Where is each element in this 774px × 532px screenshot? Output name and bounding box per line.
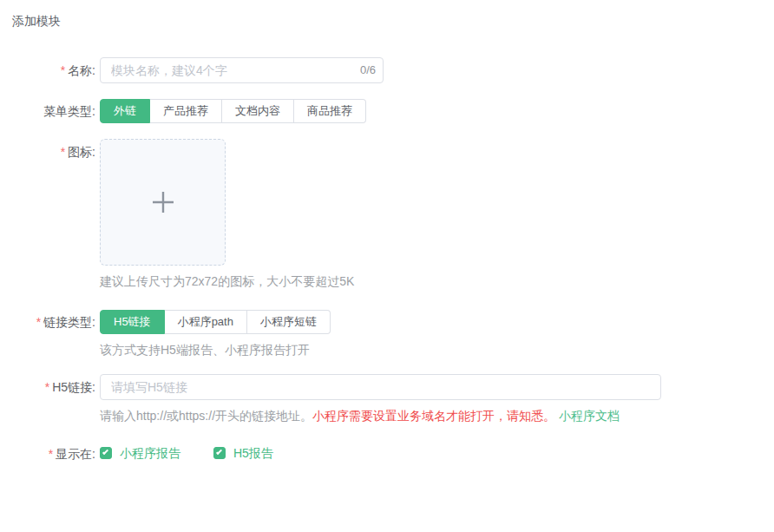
required-asterisk: * [45, 380, 49, 394]
form-row-name: *名称: 0/6 [0, 57, 774, 83]
form-row-menu-type: 菜单类型: 外链 产品推荐 文档内容 商品推荐 [0, 99, 774, 123]
name-label: *名称: [0, 57, 100, 83]
checkbox-miniprogram-report[interactable]: 小程序报告 [100, 444, 180, 462]
show-in-label: *显示在: [0, 445, 100, 463]
check-icon [102, 449, 108, 455]
h5-link-hint: 请输入http://或https://开头的链接地址。小程序需要设置业务域名才能… [100, 407, 774, 424]
h5-link-content: 请输入http://或https://开头的链接地址。小程序需要设置业务域名才能… [100, 374, 774, 424]
checkbox-h5-report-label: H5报告 [233, 444, 273, 462]
miniprogram-doc-link[interactable]: 小程序文档 [559, 409, 620, 423]
menu-type-option-product-recommend[interactable]: 产品推荐 [150, 99, 222, 123]
form-row-show-in: *显示在: 小程序报告 H5报告 [0, 444, 774, 463]
link-type-option-miniprogram-shortlink[interactable]: 小程序短链 [247, 310, 331, 334]
link-type-label-text: 链接类型: [43, 315, 95, 329]
link-type-hint: 该方式支持H5端报告、小程序报告打开 [100, 341, 774, 358]
required-asterisk: * [61, 63, 65, 77]
menu-type-option-document-content[interactable]: 文档内容 [222, 99, 294, 123]
link-type-option-h5-link[interactable]: H5链接 [100, 310, 165, 334]
menu-type-option-external-link[interactable]: 外链 [100, 99, 150, 123]
icon-field-content: 建议上传尺寸为72x72的图标，大小不要超过5K [100, 139, 774, 290]
required-asterisk: * [49, 447, 53, 461]
form-row-h5-link: *H5链接: 请输入http://或https://开头的链接地址。小程序需要设… [0, 374, 774, 424]
menu-type-label-text: 菜单类型: [43, 104, 95, 118]
checkbox-h5-report[interactable]: H5报告 [213, 444, 273, 462]
icon-label: *图标: [0, 139, 100, 165]
link-type-option-miniprogram-path[interactable]: 小程序path [165, 310, 247, 334]
name-label-text: 名称: [68, 63, 95, 77]
checkbox-box[interactable] [100, 447, 112, 459]
show-in-label-text: 显示在: [56, 447, 95, 461]
form-row-link-type: *链接类型: H5链接 小程序path 小程序短链 该方式支持H5端报告、小程序… [0, 310, 774, 358]
menu-type-label: 菜单类型: [0, 99, 100, 123]
name-input-wrap: 0/6 [100, 57, 384, 83]
h5-link-input-wrap [100, 374, 661, 400]
required-asterisk: * [36, 315, 41, 329]
name-input[interactable] [100, 57, 384, 83]
form-row-icon: *图标: 建议上传尺寸为72x72的图标，大小不要超过5K [0, 139, 774, 290]
add-module-page: 添加模块 *名称: 0/6 菜单类型: 外链 产品推荐 文档内容 商品推荐 [0, 0, 774, 463]
page-title: 添加模块 [0, 0, 774, 30]
required-asterisk: * [61, 145, 65, 159]
name-field-content: 0/6 [100, 57, 774, 83]
h5-link-hint-gray: 请输入http://或https://开头的链接地址。 [100, 409, 312, 423]
icon-upload-hint: 建议上传尺寸为72x72的图标，大小不要超过5K [100, 273, 774, 290]
add-module-form: *名称: 0/6 菜单类型: 外链 产品推荐 文档内容 商品推荐 [0, 57, 774, 463]
h5-link-label-text: H5链接: [52, 380, 95, 394]
checkbox-miniprogram-report-label: 小程序报告 [120, 444, 180, 462]
h5-link-label: *H5链接: [0, 374, 100, 400]
link-type-label: *链接类型: [0, 310, 100, 334]
h5-link-hint-warning: 小程序需要设置业务域名才能打开，请知悉。 [312, 409, 555, 423]
menu-type-option-goods-recommend[interactable]: 商品推荐 [294, 99, 366, 123]
link-type-content: H5链接 小程序path 小程序短链 该方式支持H5端报告、小程序报告打开 [100, 310, 774, 358]
checkbox-box[interactable] [213, 447, 226, 459]
link-type-button-group: H5链接 小程序path 小程序短链 [100, 310, 331, 334]
menu-type-content: 外链 产品推荐 文档内容 商品推荐 [100, 99, 774, 123]
check-icon [216, 449, 222, 455]
show-in-content: 小程序报告 H5报告 [100, 444, 774, 462]
icon-upload-box[interactable] [100, 139, 226, 266]
plus-icon [150, 189, 176, 215]
menu-type-button-group: 外链 产品推荐 文档内容 商品推荐 [100, 99, 366, 123]
icon-label-text: 图标: [68, 145, 95, 159]
h5-link-input[interactable] [100, 374, 661, 400]
